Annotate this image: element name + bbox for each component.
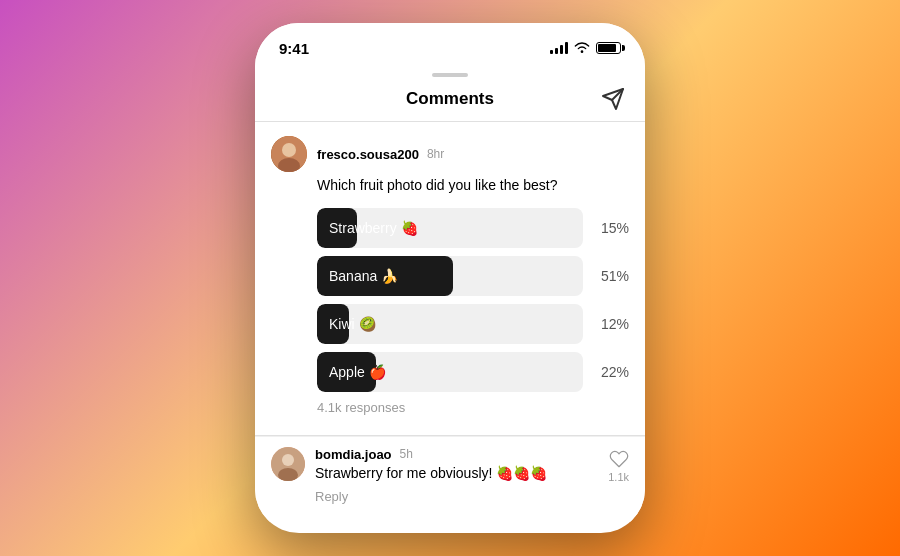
comments-content[interactable]: fresco.sousa200 8hr Which fruit photo di… (255, 122, 645, 522)
comment-body: bomdia.joao 5h Strawberry for me obvious… (315, 447, 598, 506)
poll-bar-kiwi[interactable]: Kiwi 🥝 (317, 304, 583, 344)
comment-text: Strawberry for me obviously! 🍓🍓🍓 (315, 464, 598, 484)
poll-percent-strawberry: 15% (593, 220, 629, 236)
poll-author-meta: fresco.sousa200 8hr (317, 147, 444, 162)
status-time: 9:41 (279, 40, 309, 57)
poll-percent-kiwi: 12% (593, 316, 629, 332)
poll-percent-apple: 22% (593, 364, 629, 380)
comments-title: Comments (406, 89, 494, 109)
commenter-avatar (271, 447, 305, 481)
like-count: 1.1k (608, 471, 629, 483)
send-button[interactable] (601, 87, 625, 111)
poll-option-label-apple: Apple 🍎 (317, 364, 398, 380)
poll-bar-strawberry[interactable]: Strawberry 🍓 (317, 208, 583, 248)
status-bar: 9:41 (255, 23, 645, 67)
poll-percent-banana: 51% (593, 268, 629, 284)
signal-icon (550, 42, 568, 54)
poll-responses: 4.1k responses (317, 400, 629, 415)
comment-time: 5h (400, 447, 413, 461)
comment-section: bomdia.joao 5h Strawberry for me obvious… (255, 436, 645, 516)
poll-time: 8hr (427, 147, 444, 161)
commenter-name: bomdia.joao (315, 447, 392, 462)
comment-row: bomdia.joao 5h Strawberry for me obvious… (271, 447, 629, 506)
poll-option-row[interactable]: Apple 🍎 22% (317, 352, 629, 392)
pull-indicator (255, 67, 645, 79)
poll-option-label-kiwi: Kiwi 🥝 (317, 316, 388, 332)
phone-frame: 9:41 Comments (255, 23, 645, 533)
svg-point-4 (282, 454, 294, 466)
poll-option-row[interactable]: Banana 🍌 51% (317, 256, 629, 296)
battery-icon (596, 42, 621, 54)
wifi-icon (574, 41, 590, 56)
svg-point-1 (282, 143, 296, 157)
comments-header: Comments (255, 79, 645, 121)
poll-author-name: fresco.sousa200 (317, 147, 419, 162)
poll-question: Which fruit photo did you like the best? (317, 176, 629, 196)
comment-author-time: bomdia.joao 5h (315, 447, 598, 462)
poll-option-label-banana: Banana 🍌 (317, 268, 410, 284)
poll-section: fresco.sousa200 8hr Which fruit photo di… (255, 122, 645, 435)
poll-bar-banana[interactable]: Banana 🍌 (317, 256, 583, 296)
heart-icon[interactable] (609, 449, 629, 469)
reply-button[interactable]: Reply (315, 489, 348, 504)
poll-option-row[interactable]: Strawberry 🍓 15% (317, 208, 629, 248)
poll-author-row: fresco.sousa200 8hr (271, 136, 629, 172)
avatar-image (271, 136, 307, 172)
poll-bar-apple[interactable]: Apple 🍎 (317, 352, 583, 392)
poll-option-label-strawberry: Strawberry 🍓 (317, 220, 430, 236)
status-icons (550, 41, 621, 56)
poll-author-avatar (271, 136, 307, 172)
commenter-avatar-placeholder (271, 447, 305, 481)
poll-options: Strawberry 🍓 15% Banana 🍌 51% Kiwi 🥝 (317, 208, 629, 392)
poll-option-row[interactable]: Kiwi 🥝 12% (317, 304, 629, 344)
like-section[interactable]: 1.1k (608, 447, 629, 483)
